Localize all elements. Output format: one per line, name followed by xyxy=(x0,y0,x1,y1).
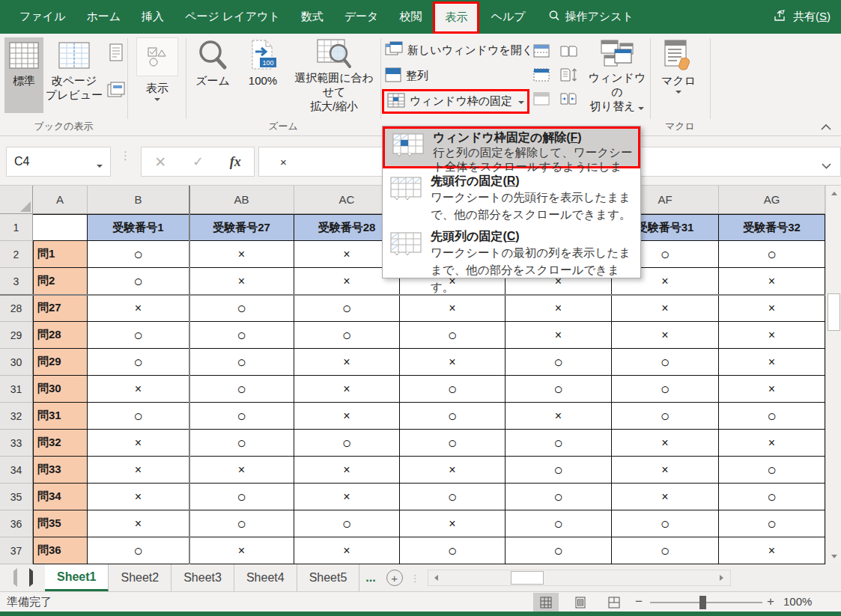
vertical-scrollbar-thumb[interactable] xyxy=(828,293,840,331)
row-header-32[interactable]: 32 xyxy=(0,403,33,430)
macros-button[interactable]: マクロ xyxy=(655,37,702,123)
cell[interactable]: ○ xyxy=(400,376,505,403)
cell[interactable]: 問32 xyxy=(33,430,88,457)
cell[interactable]: × xyxy=(400,510,505,537)
cell[interactable]: × xyxy=(294,484,400,510)
cell[interactable]: 受験番号27 xyxy=(189,214,294,241)
cell[interactable]: × xyxy=(189,457,294,484)
cell[interactable]: 受験番号1 xyxy=(88,214,189,241)
ribbon-tab-1[interactable]: ファイル xyxy=(10,0,75,34)
cell[interactable]: ○ xyxy=(189,510,294,537)
cell[interactable]: ○ xyxy=(719,241,825,268)
ribbon-tab-5[interactable]: 数式 xyxy=(291,0,333,34)
row-header-31[interactable]: 31 xyxy=(0,376,33,403)
cell[interactable]: ○ xyxy=(88,241,189,268)
zoom-out-button[interactable]: − xyxy=(635,594,643,609)
cell[interactable]: × xyxy=(294,403,400,430)
ribbon-tab-8[interactable]: 表示 xyxy=(433,1,479,34)
cell[interactable]: ○ xyxy=(400,484,505,510)
column-header-AB[interactable]: AB xyxy=(189,186,294,214)
cell[interactable]: 問35 xyxy=(33,510,88,537)
cell[interactable]: × xyxy=(400,295,505,322)
cell[interactable]: ○ xyxy=(294,430,400,457)
ribbon-tab-2[interactable]: ホーム xyxy=(76,0,130,34)
split-button[interactable] xyxy=(530,40,553,61)
tell-me-assist[interactable]: 操作アシスト xyxy=(548,0,634,34)
cell[interactable]: 問30 xyxy=(33,376,88,403)
row-header-33[interactable]: 33 xyxy=(0,430,33,457)
name-box-resize-handle[interactable]: ⋮ xyxy=(120,153,131,159)
zoom-level[interactable]: 100% xyxy=(783,595,812,608)
row-header-2[interactable]: 2 xyxy=(0,241,33,268)
zoom-100-button[interactable]: 100 100% xyxy=(238,37,288,113)
freeze-menu-item-2[interactable]: 先頭行の固定(R)ワークシートの先頭行を表示したままで、他の部分をスクロールでき… xyxy=(383,168,640,224)
cell[interactable]: ○ xyxy=(612,403,719,430)
cell[interactable]: ○ xyxy=(505,430,612,457)
cell[interactable]: × xyxy=(612,322,719,349)
cell[interactable]: ○ xyxy=(719,403,825,430)
row-header-36[interactable]: 36 xyxy=(0,510,33,537)
more-sheets-indicator[interactable]: ... xyxy=(359,564,381,591)
cell[interactable]: × xyxy=(505,322,612,349)
cell[interactable]: 受験番号32 xyxy=(719,214,825,241)
cell[interactable]: ○ xyxy=(400,430,505,457)
cell[interactable]: ○ xyxy=(505,349,612,376)
insert-function-icon[interactable]: fx xyxy=(230,154,241,170)
new-window-button[interactable]: 新しいウィンドウを開く xyxy=(385,40,533,61)
synchronous-scrolling-button[interactable] xyxy=(557,64,580,85)
sheet-nav-right-icon[interactable] xyxy=(29,571,33,585)
sheet-nav-left-icon[interactable] xyxy=(13,571,17,585)
cell[interactable]: ○ xyxy=(505,510,612,537)
cell[interactable]: ○ xyxy=(612,510,719,537)
cell[interactable] xyxy=(33,214,88,241)
cell[interactable]: 問36 xyxy=(33,537,88,564)
cell[interactable]: × xyxy=(294,349,400,376)
show-dropdown-button[interactable]: 表示 xyxy=(132,37,183,123)
cell[interactable]: 問1 xyxy=(33,241,88,268)
horizontal-scrollbar[interactable] xyxy=(428,570,731,586)
normal-view-button[interactable]: 標準 xyxy=(4,37,43,113)
cell[interactable]: ○ xyxy=(400,322,505,349)
name-box[interactable]: C4 xyxy=(6,147,111,177)
ribbon-tab-6[interactable]: データ xyxy=(335,0,389,34)
cell[interactable]: × xyxy=(719,376,825,403)
row-header-30[interactable]: 30 xyxy=(0,349,33,376)
cell[interactable]: ○ xyxy=(294,510,400,537)
cell[interactable]: 問29 xyxy=(33,349,88,376)
cell[interactable]: ○ xyxy=(189,430,294,457)
cell[interactable]: ○ xyxy=(505,376,612,403)
new-sheet-button[interactable]: + xyxy=(386,570,403,586)
select-all-corner[interactable] xyxy=(0,186,33,214)
unhide-window-button[interactable] xyxy=(530,88,553,109)
freeze-menu-item-1[interactable]: ウィンドウ枠固定の解除(F)行と列の固定を解除して、ワークシート全体をスクロール… xyxy=(383,126,640,168)
cell[interactable]: 問31 xyxy=(33,403,88,430)
cell[interactable]: × xyxy=(719,268,825,295)
switch-windows-button[interactable]: ウィンドウの切り替え xyxy=(583,37,652,113)
cell[interactable]: ○ xyxy=(719,457,825,484)
cell[interactable]: ○ xyxy=(505,457,612,484)
vertical-scrollbar[interactable] xyxy=(825,186,841,564)
scroll-right-icon[interactable] xyxy=(714,570,730,585)
cell[interactable]: × xyxy=(719,430,825,457)
cell[interactable]: × xyxy=(88,457,189,484)
sheet-tab-Sheet5[interactable]: Sheet5 xyxy=(297,564,360,591)
row-header-37[interactable]: 37 xyxy=(0,537,33,564)
cell[interactable]: × xyxy=(400,349,505,376)
zoom-in-button[interactable]: + xyxy=(767,594,774,609)
sheet-tab-Sheet3[interactable]: Sheet3 xyxy=(171,564,234,591)
page-layout-status-button[interactable] xyxy=(568,593,593,612)
column-header-AG[interactable]: AG xyxy=(719,186,825,214)
cell[interactable]: ○ xyxy=(88,403,189,430)
cell[interactable]: ○ xyxy=(400,537,505,564)
cell[interactable]: × xyxy=(719,322,825,349)
cell[interactable]: ○ xyxy=(189,376,294,403)
cell[interactable]: ○ xyxy=(88,537,189,564)
cell[interactable]: ○ xyxy=(88,349,189,376)
zoom-slider-track[interactable] xyxy=(650,602,762,603)
cell[interactable]: ○ xyxy=(294,295,400,322)
column-header-B[interactable]: B xyxy=(88,186,189,214)
cell[interactable]: ○ xyxy=(189,484,294,510)
cell[interactable]: × xyxy=(88,430,189,457)
reset-window-position-button[interactable] xyxy=(557,88,580,109)
normal-view-status-button[interactable] xyxy=(533,593,559,612)
